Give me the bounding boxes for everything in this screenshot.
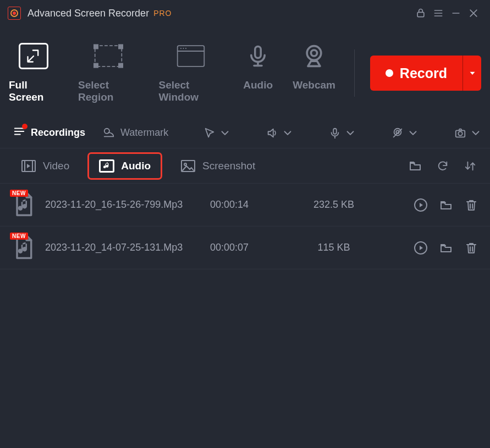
record-dropdown[interactable] xyxy=(463,56,481,91)
svg-rect-26 xyxy=(334,128,337,134)
mode-audio[interactable]: Audio xyxy=(243,43,273,103)
microphone-icon xyxy=(243,43,273,69)
chevron-down-icon xyxy=(344,127,356,139)
record-dot-icon xyxy=(386,69,393,77)
mode-webcam[interactable]: Webcam xyxy=(293,43,335,103)
file-duration: 00:00:07 xyxy=(210,242,293,253)
separator xyxy=(354,49,355,97)
lock-icon[interactable] xyxy=(412,4,430,22)
recordings-list: NEW 2023-11-20_16-15-26-799.Mp3 00:00:14… xyxy=(0,184,490,269)
chevron-down-icon xyxy=(470,127,482,139)
options-bar: Recordings Watermark xyxy=(0,118,490,148)
mode-full-screen[interactable]: Full Screen xyxy=(9,43,58,103)
file-name: 2023-11-20_14-07-25-131.Mp3 xyxy=(45,242,210,253)
svg-point-14 xyxy=(180,48,181,49)
open-folder-button[interactable] xyxy=(406,157,424,175)
screenshot-icon xyxy=(180,159,196,173)
svg-marker-44 xyxy=(420,246,423,250)
mode-label: Webcam xyxy=(293,79,335,91)
svg-point-32 xyxy=(459,131,463,135)
minimize-icon[interactable] xyxy=(447,4,465,22)
list-item[interactable]: NEW 2023-11-20_14-07-25-131.Mp3 00:00:07… xyxy=(0,226,490,269)
svg-point-38 xyxy=(184,163,186,165)
cursor-icon xyxy=(203,127,216,139)
mode-label: Select Region xyxy=(78,79,139,103)
speaker-icon xyxy=(266,127,278,139)
option-label: Recordings xyxy=(31,127,85,139)
svg-rect-7 xyxy=(95,46,122,67)
svg-rect-9 xyxy=(118,44,123,49)
mode-select-region[interactable]: Select Region xyxy=(78,43,139,103)
select-window-icon xyxy=(176,43,206,69)
svg-point-15 xyxy=(183,48,184,49)
refresh-button[interactable] xyxy=(434,157,452,175)
svg-rect-8 xyxy=(93,44,98,49)
sort-button[interactable] xyxy=(461,157,479,175)
delete-button[interactable] xyxy=(465,198,478,212)
file-size: 232.5 KB xyxy=(293,199,375,211)
play-button[interactable] xyxy=(414,198,427,212)
option-camera[interactable] xyxy=(454,127,482,139)
svg-point-20 xyxy=(307,46,321,60)
select-region-icon xyxy=(93,43,123,69)
mode-bar: Full Screen Select Region Select Window … xyxy=(0,26,490,115)
webcam-icon xyxy=(299,43,329,69)
file-size: 115 KB xyxy=(293,242,375,253)
mode-select-window[interactable]: Select Window xyxy=(158,43,223,103)
file-duration: 00:00:14 xyxy=(210,199,293,211)
tabs-bar: Video Audio Screenshot xyxy=(0,148,490,184)
audio-icon xyxy=(99,159,114,173)
delete-button[interactable] xyxy=(465,241,478,255)
notification-dot-icon xyxy=(22,124,27,129)
titlebar: Advanced Screen Recorder PRO xyxy=(0,0,490,26)
svg-point-28 xyxy=(394,128,401,135)
mode-label: Full Screen xyxy=(9,79,58,103)
option-watermark[interactable]: Watermark xyxy=(103,127,168,139)
svg-rect-17 xyxy=(255,47,261,58)
close-icon[interactable] xyxy=(465,4,482,22)
mode-label: Select Window xyxy=(158,79,223,103)
svg-point-16 xyxy=(185,48,186,49)
svg-point-21 xyxy=(311,50,317,56)
tab-audio[interactable]: Audio xyxy=(89,154,161,178)
chevron-down-icon xyxy=(282,127,294,139)
file-name: 2023-11-20_16-15-26-799.Mp3 xyxy=(45,199,210,211)
svg-marker-40 xyxy=(420,203,423,207)
tab-label: Video xyxy=(43,160,69,172)
menu-icon[interactable] xyxy=(430,4,447,22)
open-location-button[interactable] xyxy=(439,198,453,212)
option-cursor[interactable] xyxy=(203,127,231,139)
microphone-icon xyxy=(329,127,341,139)
option-webcam[interactable] xyxy=(392,127,419,139)
chevron-down-icon xyxy=(407,127,419,139)
svg-marker-36 xyxy=(27,164,30,168)
video-icon xyxy=(21,159,36,173)
tab-label: Screenshot xyxy=(202,160,255,172)
svg-rect-0 xyxy=(417,12,424,16)
tab-video[interactable]: Video xyxy=(11,154,79,178)
record-button[interactable]: Record xyxy=(370,56,463,91)
open-location-button[interactable] xyxy=(439,241,453,255)
webcam-off-icon xyxy=(392,127,404,139)
option-label: Watermark xyxy=(120,127,168,139)
list-item[interactable]: NEW 2023-11-20_16-15-26-799.Mp3 00:00:14… xyxy=(0,184,490,226)
app-name: Advanced Screen Recorder xyxy=(27,8,149,19)
new-badge: NEW xyxy=(10,233,28,240)
play-button[interactable] xyxy=(414,241,427,255)
full-screen-icon xyxy=(19,43,48,69)
svg-rect-10 xyxy=(93,63,98,68)
mode-label: Audio xyxy=(243,79,273,91)
option-speaker[interactable] xyxy=(266,127,294,139)
svg-rect-11 xyxy=(118,63,123,68)
chevron-down-icon xyxy=(219,127,231,139)
camera-icon xyxy=(454,127,466,139)
tab-screenshot[interactable]: Screenshot xyxy=(170,154,265,178)
svg-rect-12 xyxy=(178,46,205,67)
new-badge: NEW xyxy=(10,190,28,197)
record-button-label: Record xyxy=(400,65,447,81)
option-microphone[interactable] xyxy=(329,127,356,139)
app-pro-badge: PRO xyxy=(153,9,172,18)
app-logo xyxy=(8,7,21,20)
option-recordings[interactable]: Recordings xyxy=(13,125,85,140)
tab-label: Audio xyxy=(121,160,151,172)
